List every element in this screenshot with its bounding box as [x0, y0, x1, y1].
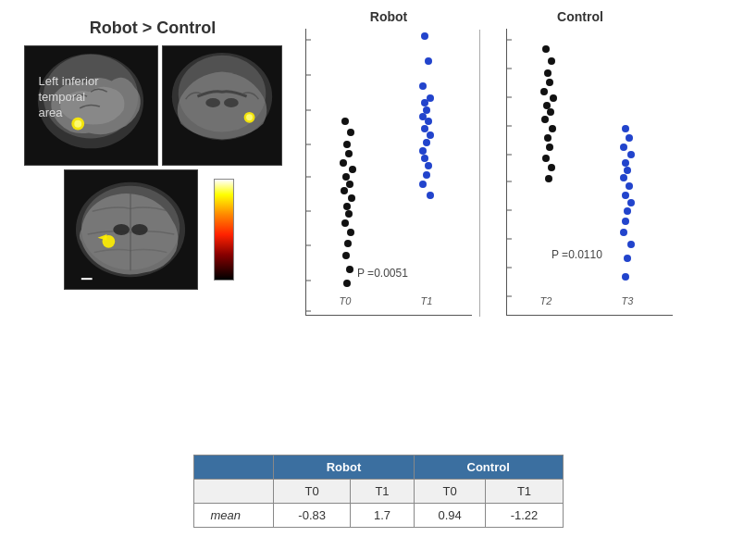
- svg-text:P =0.0051: P =0.0051: [357, 267, 408, 280]
- svg-point-124: [627, 241, 635, 248]
- svg-point-53: [342, 252, 350, 259]
- svg-point-103: [547, 108, 554, 116]
- row-label-mean: mean: [193, 504, 274, 528]
- svg-point-58: [419, 82, 427, 90]
- control-t1-header: T1: [486, 480, 563, 504]
- svg-point-15: [113, 224, 130, 235]
- control-group-header: Control: [414, 456, 563, 480]
- svg-point-108: [542, 155, 550, 162]
- table-corner: [193, 456, 274, 480]
- svg-point-39: [347, 129, 354, 136]
- left-panel: Robot > Control: [9, 9, 296, 447]
- right-panel: Robot 8 6 4 2: [296, 9, 747, 447]
- robot-t0-mean: -0.83: [274, 504, 351, 528]
- svg-point-112: [626, 134, 633, 142]
- svg-point-102: [543, 102, 551, 109]
- chart-divider: [479, 30, 480, 317]
- bottom-section: Robot Control T0 T1 T0 T1 mean -0.83 1.7…: [0, 447, 756, 537]
- svg-point-114: [627, 151, 635, 158]
- svg-point-68: [421, 155, 428, 162]
- svg-point-51: [347, 229, 354, 236]
- chart-section: Robot 8 6 4 2: [305, 9, 747, 447]
- svg-point-101: [550, 94, 557, 102]
- svg-point-123: [620, 229, 627, 236]
- control-t0-mean: 0.94: [414, 504, 486, 528]
- svg-point-38: [341, 118, 349, 125]
- colorbar: [214, 179, 234, 281]
- svg-point-69: [425, 162, 432, 169]
- svg-rect-19: [81, 278, 92, 280]
- brain-label: Left inferiortemporalarea: [39, 74, 99, 121]
- control-t1-mean: -1.22: [486, 504, 563, 528]
- svg-point-105: [549, 125, 556, 132]
- svg-text:T2: T2: [540, 295, 552, 306]
- svg-point-96: [542, 45, 550, 53]
- svg-point-113: [620, 144, 627, 151]
- svg-text:T0: T0: [340, 295, 353, 306]
- control-chart-title: Control: [557, 9, 603, 24]
- svg-point-56: [421, 32, 428, 40]
- svg-text:T3: T3: [622, 295, 635, 306]
- svg-point-70: [423, 171, 430, 179]
- svg-point-122: [622, 218, 629, 225]
- top-section: Robot > Control: [0, 0, 756, 447]
- svg-point-97: [548, 57, 555, 65]
- svg-point-52: [344, 240, 352, 247]
- control-scatter-area: 5 4 3 2 1 0: [488, 29, 673, 316]
- svg-point-120: [627, 199, 635, 206]
- svg-point-63: [425, 118, 432, 125]
- svg-point-98: [544, 69, 552, 77]
- svg-point-65: [427, 131, 434, 139]
- brain-sagittal: Left inferiortemporalarea: [24, 45, 158, 166]
- colorbar-container: [205, 169, 242, 290]
- empty-sub-header: [193, 480, 274, 504]
- svg-point-50: [341, 219, 349, 227]
- svg-point-55: [343, 280, 351, 287]
- left-title: Robot > Control: [90, 19, 216, 38]
- brain-images-bottom: [64, 169, 242, 290]
- svg-point-116: [624, 167, 631, 174]
- svg-point-117: [620, 174, 627, 181]
- brain-images-top: Left inferiortemporalarea: [24, 45, 282, 166]
- svg-point-44: [342, 173, 350, 181]
- robot-chart-container: Robot 8 6 4 2: [305, 9, 472, 316]
- robot-chart-title: Robot: [370, 9, 407, 24]
- main-container: Robot > Control: [0, 0, 756, 537]
- brain-coronal: [162, 45, 282, 166]
- robot-t1-mean: 1.7: [351, 504, 415, 528]
- results-table: Robot Control T0 T1 T0 T1 mean -0.83 1.7…: [193, 455, 564, 528]
- robot-t1-header: T1: [351, 480, 415, 504]
- svg-point-8: [205, 98, 220, 107]
- svg-point-72: [427, 192, 434, 199]
- svg-point-100: [540, 88, 548, 95]
- table-header-row-2: T0 T1 T0 T1: [193, 480, 563, 504]
- table-header-row-1: Robot Control: [193, 456, 563, 480]
- svg-point-99: [546, 79, 553, 86]
- svg-point-104: [541, 116, 549, 123]
- table-row: mean -0.83 1.7 0.94 -1.22: [193, 504, 563, 528]
- svg-point-67: [419, 147, 427, 155]
- robot-t0-header: T0: [274, 480, 351, 504]
- svg-point-41: [345, 150, 353, 157]
- brain-axial: [64, 169, 198, 290]
- svg-point-43: [349, 166, 356, 173]
- svg-point-109: [548, 164, 555, 171]
- svg-point-71: [419, 181, 427, 188]
- svg-point-125: [624, 255, 631, 262]
- svg-point-9: [223, 98, 238, 107]
- robot-group-header: Robot: [274, 456, 415, 480]
- svg-point-110: [545, 175, 552, 182]
- robot-plot-area: 8 6 4 2 0 -2: [305, 29, 472, 316]
- svg-text:T1: T1: [421, 295, 433, 306]
- svg-point-60: [421, 99, 428, 106]
- svg-point-54: [346, 266, 353, 273]
- control-plot-area: 5 4 3 2 1 0: [506, 29, 673, 316]
- svg-point-45: [346, 181, 353, 188]
- robot-scatter-area: 8 6 4 2 0 -2: [305, 29, 472, 316]
- svg-point-121: [624, 207, 631, 215]
- svg-point-16: [130, 224, 147, 235]
- svg-point-115: [622, 159, 629, 167]
- svg-point-47: [348, 194, 355, 202]
- svg-point-4: [74, 120, 81, 128]
- svg-point-57: [425, 57, 432, 65]
